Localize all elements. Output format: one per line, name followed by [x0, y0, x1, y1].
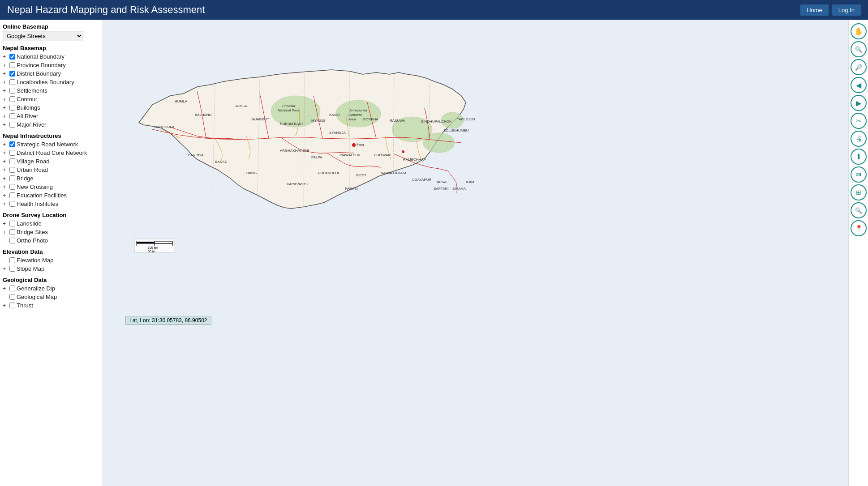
- checkbox-thrust[interactable]: [9, 303, 15, 308]
- checkbox-health-institutes[interactable]: [9, 201, 15, 207]
- layer-settlements[interactable]: + Settlements: [3, 86, 100, 95]
- login-button[interactable]: Log In: [832, 4, 861, 16]
- pan-tool-button[interactable]: ✋: [851, 23, 867, 39]
- expand-icon[interactable]: +: [3, 54, 8, 60]
- layer-slope-map[interactable]: + Slope Map: [3, 264, 100, 273]
- checkbox-strategic-road[interactable]: [9, 141, 15, 147]
- layer-label-thrust: Thrust: [17, 302, 33, 309]
- checkbox-education-facilities[interactable]: [9, 192, 15, 198]
- expand-icon[interactable]: +: [3, 96, 8, 102]
- layer-district-road[interactable]: + District Road Core Network: [3, 149, 100, 157]
- layer-buildings[interactable]: + Buildings: [3, 103, 100, 112]
- checkbox-contour[interactable]: [9, 96, 15, 102]
- checkbox-major-river[interactable]: [9, 122, 15, 128]
- expand-icon[interactable]: +: [3, 221, 8, 227]
- layer-bridge[interactable]: + Bridge: [3, 174, 100, 183]
- checkbox-village-road[interactable]: [9, 158, 15, 164]
- home-button[interactable]: Home: [800, 4, 829, 16]
- print-icon: 🖨: [855, 135, 862, 142]
- expand-icon[interactable]: +: [3, 184, 8, 190]
- layer-ortho-photo[interactable]: + Ortho Photo: [3, 236, 100, 245]
- print-button[interactable]: 🖨: [851, 131, 867, 147]
- checkbox-bridge[interactable]: [9, 175, 15, 181]
- expand-icon[interactable]: +: [3, 201, 8, 207]
- svg-text:ARSA: ARSA: [437, 180, 447, 184]
- lat-lon-text: Lat, Lon: 31:30.05783, 86.90502: [129, 317, 207, 324]
- checkbox-generalize-dip[interactable]: [9, 286, 15, 291]
- basemap-select[interactable]: Google Streets Google Satellite Google H…: [3, 31, 83, 41]
- checkbox-province-boundary[interactable]: [9, 62, 15, 68]
- expand-icon[interactable]: +: [3, 192, 8, 199]
- checkbox-landslide[interactable]: [9, 221, 15, 226]
- svg-text:PARASI: PARASI: [345, 187, 358, 191]
- layer-count-button[interactable]: 39: [851, 166, 867, 183]
- info-button[interactable]: ℹ: [851, 149, 867, 165]
- layer-elevation-map[interactable]: + Elevation Map: [3, 256, 100, 264]
- map-container[interactable]: Phoksur National Park Annapurna Conserv.…: [103, 20, 868, 486]
- svg-text:DARCHULA: DARCHULA: [155, 125, 175, 129]
- layer-health-institutes[interactable]: + Health Institutes: [3, 200, 100, 208]
- checkbox-district-road[interactable]: [9, 150, 15, 156]
- expand-icon[interactable]: +: [3, 62, 8, 68]
- expand-icon[interactable]: +: [3, 150, 8, 156]
- expand-icon[interactable]: +: [3, 266, 8, 272]
- layer-village-road[interactable]: + Village Road: [3, 157, 100, 166]
- checkbox-urban-road[interactable]: [9, 167, 15, 173]
- online-basemap-section: Online Basemap Google Streets Google Sat…: [3, 23, 100, 41]
- checkbox-bridge-sites[interactable]: [9, 229, 15, 235]
- sidebar: Online Basemap Google Streets Google Sat…: [0, 20, 103, 486]
- pin-location-button[interactable]: 📍: [851, 220, 867, 236]
- layer-generalize-dip[interactable]: + Generalize Dip: [3, 284, 100, 293]
- layer-urban-road[interactable]: + Urban Road: [3, 166, 100, 174]
- layer-geological-map[interactable]: + Geological Map: [3, 293, 100, 301]
- film-button[interactable]: ⊞: [851, 184, 867, 200]
- layer-strategic-road[interactable]: + Strategic Road Network: [3, 140, 100, 149]
- layer-bridge-sites[interactable]: + Bridge Sites: [3, 228, 100, 236]
- search-location-button[interactable]: 🔍: [851, 202, 867, 218]
- layer-contour[interactable]: + Contour: [3, 95, 100, 103]
- zoom-out-button[interactable]: 🔎: [851, 59, 867, 75]
- layer-major-river[interactable]: + Major River: [3, 120, 100, 129]
- expand-icon[interactable]: +: [3, 167, 8, 173]
- svg-text:JAJARKOT: JAJARKOT: [251, 117, 269, 121]
- checkbox-all-river[interactable]: [9, 113, 15, 119]
- expand-icon[interactable]: +: [3, 105, 8, 111]
- expand-icon[interactable]: +: [3, 71, 8, 77]
- measure-button[interactable]: ✂: [851, 113, 867, 129]
- expand-icon[interactable]: +: [3, 303, 8, 309]
- svg-text:नेपाल: नेपाल: [356, 143, 364, 147]
- checkbox-geological-map[interactable]: [9, 294, 15, 300]
- layer-localbodies-boundary[interactable]: + Localbodies Boundary: [3, 78, 100, 86]
- coordinates-display: Lat, Lon: 31:30.05783, 86.90502: [125, 316, 211, 325]
- checkbox-national-boundary[interactable]: [9, 54, 15, 60]
- layer-national-boundary[interactable]: + National Boundary: [3, 52, 100, 61]
- checkbox-ortho-photo[interactable]: [9, 238, 15, 243]
- expand-icon[interactable]: +: [3, 158, 8, 165]
- checkbox-settlements[interactable]: [9, 88, 15, 94]
- expand-icon[interactable]: +: [3, 79, 8, 85]
- expand-icon[interactable]: +: [3, 122, 8, 128]
- layer-landslide[interactable]: + Landslide: [3, 219, 100, 228]
- checkbox-localbodies-boundary[interactable]: [9, 79, 15, 85]
- layer-all-river[interactable]: + All River: [3, 112, 100, 120]
- zoom-in-button[interactable]: 🔍: [851, 41, 867, 57]
- checkbox-buildings[interactable]: [9, 105, 15, 111]
- layer-education-facilities[interactable]: + Education Facilities: [3, 191, 100, 200]
- back-button[interactable]: ◀: [851, 77, 867, 93]
- layer-new-crossing[interactable]: + New Crossing: [3, 183, 100, 191]
- checkbox-new-crossing[interactable]: [9, 184, 15, 190]
- layer-province-boundary[interactable]: + Province Boundary: [3, 61, 100, 69]
- expand-icon[interactable]: +: [3, 88, 8, 94]
- forward-button[interactable]: ▶: [851, 95, 867, 111]
- layer-district-boundary[interactable]: + District Boundary: [3, 69, 100, 78]
- expand-icon[interactable]: +: [3, 141, 8, 148]
- layer-thrust[interactable]: + Thrust: [3, 301, 100, 310]
- checkbox-district-boundary[interactable]: [9, 71, 15, 77]
- checkbox-elevation-map[interactable]: [9, 257, 15, 263]
- expand-icon[interactable]: +: [3, 286, 8, 292]
- expand-icon[interactable]: +: [3, 229, 8, 235]
- expand-icon[interactable]: +: [3, 175, 8, 182]
- svg-text:KASKI: KASKI: [329, 113, 340, 117]
- expand-icon[interactable]: +: [3, 113, 8, 119]
- checkbox-slope-map[interactable]: [9, 266, 15, 272]
